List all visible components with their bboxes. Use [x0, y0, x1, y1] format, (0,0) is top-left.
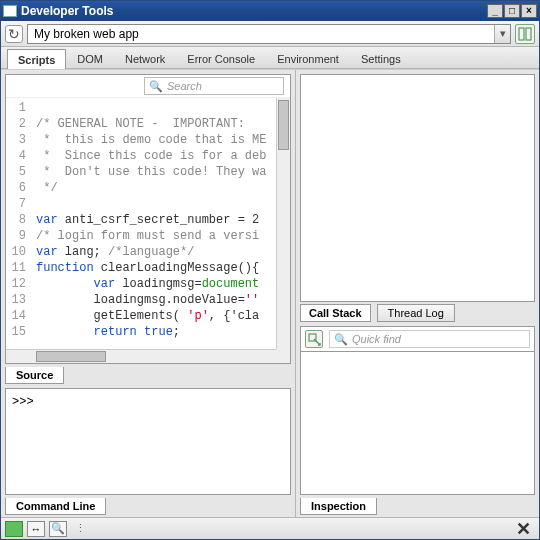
- status-expand-button[interactable]: ↔: [27, 521, 45, 537]
- main-tabstrip: Scripts DOM Network Error Console Enviro…: [1, 47, 539, 69]
- command-line-tab-label[interactable]: Command Line: [5, 498, 106, 515]
- search-icon: 🔍: [149, 80, 163, 93]
- panel-toggle-button[interactable]: [515, 24, 535, 44]
- tab-error-console[interactable]: Error Console: [176, 48, 266, 68]
- vertical-scrollbar[interactable]: [276, 98, 290, 349]
- quick-find-input[interactable]: 🔍 Quick find: [329, 330, 530, 348]
- inspection-tab-label[interactable]: Inspection: [300, 498, 377, 515]
- status-record-button[interactable]: [5, 521, 23, 537]
- statusbar: ↔ 🔍 ⋮ ✕: [1, 517, 539, 539]
- reload-button[interactable]: ↻: [5, 25, 23, 43]
- code-area[interactable]: /* GENERAL NOTE - IMPORTANT: * this is d…: [32, 98, 290, 363]
- horizontal-scrollbar[interactable]: [6, 349, 276, 363]
- url-dropdown-icon[interactable]: ▾: [494, 25, 510, 43]
- minimize-button[interactable]: _: [487, 4, 503, 18]
- tab-network[interactable]: Network: [114, 48, 176, 68]
- maximize-button[interactable]: □: [504, 4, 520, 18]
- tab-scripts[interactable]: Scripts: [7, 49, 66, 69]
- threadlog-tab[interactable]: Thread Log: [377, 304, 455, 322]
- command-line-panel[interactable]: >>>: [5, 388, 291, 495]
- toolbar: ↻ ▾: [1, 21, 539, 47]
- url-input[interactable]: [28, 25, 494, 43]
- status-divider: ⋮: [71, 522, 86, 535]
- search-icon: 🔍: [334, 333, 348, 346]
- source-search-input[interactable]: 🔍 Search: [144, 77, 284, 95]
- url-field[interactable]: ▾: [27, 24, 511, 44]
- svg-rect-1: [526, 28, 531, 40]
- cmd-prompt: >>>: [12, 395, 34, 409]
- tab-settings[interactable]: Settings: [350, 48, 412, 68]
- status-search-button[interactable]: 🔍: [49, 521, 67, 537]
- inspection-toolbar: 🔍 Quick find: [300, 326, 535, 352]
- line-gutter: 123456789101112131415: [6, 98, 32, 363]
- tab-environment[interactable]: Environment: [266, 48, 350, 68]
- app-icon: [3, 5, 17, 17]
- source-panel: 🔍 Search 123456789101112131415 /* GENERA…: [5, 74, 291, 364]
- inspection-panel: [300, 352, 535, 495]
- titlebar: Developer Tools _ □ ×: [1, 1, 539, 21]
- tab-dom[interactable]: DOM: [66, 48, 114, 68]
- inspect-icon[interactable]: [305, 330, 323, 348]
- close-button[interactable]: ×: [521, 4, 537, 18]
- status-close-button[interactable]: ✕: [512, 518, 535, 540]
- callstack-tab[interactable]: Call Stack: [300, 304, 371, 322]
- svg-rect-0: [519, 28, 524, 40]
- source-tab-label[interactable]: Source: [5, 367, 64, 384]
- window-title: Developer Tools: [21, 4, 487, 18]
- callstack-panel: [300, 74, 535, 302]
